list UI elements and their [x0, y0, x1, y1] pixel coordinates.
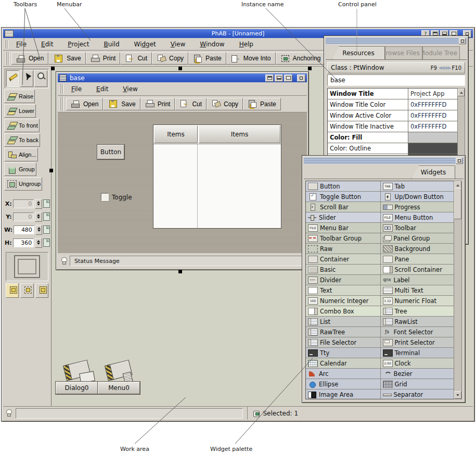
widget-item-arc[interactable]: Arc [306, 369, 381, 379]
menu-window[interactable]: Window [196, 39, 228, 49]
spinner-arrows-icon[interactable] [35, 225, 43, 235]
base-toolbar-button-open[interactable]: Open [66, 98, 103, 110]
toolbar-button-open[interactable]: Open [11, 52, 48, 65]
resource-value[interactable]: 0xFFFFFFFD [408, 99, 458, 110]
button-to-front[interactable]: To front [4, 119, 40, 132]
toolbar-button-paste[interactable]: Paste [188, 52, 226, 65]
widget-item-image-area[interactable]: Image Area [306, 389, 381, 399]
base-titlebar[interactable]: base [58, 73, 307, 82]
palette-window-button[interactable] [456, 158, 462, 164]
widget-item-font-selector[interactable]: ƒaFont Selector [381, 327, 455, 337]
widget-item-tty[interactable]: Tty [306, 348, 381, 358]
widget-item-multi-text[interactable]: Multi Text [381, 285, 455, 295]
resource-row-window-title-color[interactable]: Window Title Color0xFFFFFFFD [328, 99, 458, 110]
coord-field-h-[interactable]: 360 [13, 238, 34, 247]
widget-item-terminal[interactable]: Terminal [381, 348, 455, 358]
designed-list-widget[interactable]: Items Items [153, 124, 281, 229]
widget-item-print-selector[interactable]: Print Selector [381, 337, 455, 347]
spin-up-icon[interactable] [37, 238, 40, 242]
resource-value[interactable]: 0xFFFFFFFD [408, 110, 458, 121]
widget-item-bezier[interactable]: Bezier [381, 369, 455, 379]
spin-up-icon[interactable] [37, 225, 41, 229]
resource-value[interactable]: Project App [408, 89, 458, 99]
tab-widgets[interactable]: Widgets [411, 166, 455, 179]
selection-handle-bottom-mid[interactable] [178, 270, 182, 273]
resource-row-window-title[interactable]: Window TitleProject App [328, 89, 458, 99]
tab-resources[interactable]: Resources [332, 46, 385, 59]
lock-icon[interactable] [43, 238, 50, 247]
widget-item-scroll-container[interactable]: Scroll Container [381, 265, 455, 274]
designed-toggle-widget[interactable]: Toggle [101, 193, 132, 201]
menu-help[interactable]: Help [235, 39, 258, 49]
button-group[interactable]: Group [4, 162, 36, 176]
widget-item-list[interactable]: List [306, 317, 381, 326]
scroll-up-icon[interactable] [458, 89, 465, 96]
designed-button-widget[interactable]: Button [97, 145, 124, 159]
list-header-1[interactable]: Items [154, 125, 198, 143]
spin-down-icon[interactable] [37, 204, 40, 207]
widget-item-calendar[interactable]: Calendar [306, 358, 381, 368]
spinner-arrows-icon[interactable] [35, 199, 42, 209]
palette-scroll-down-icon[interactable] [454, 391, 461, 399]
widget-item-label[interactable]: qnxLabel [381, 275, 455, 285]
lock-icon[interactable] [43, 199, 50, 208]
spin-up-icon[interactable] [37, 212, 40, 216]
base-toolbar-button-cut[interactable]: Cut [175, 98, 207, 110]
base-toolbar-grip[interactable] [60, 97, 63, 111]
widget-item-file-selector[interactable]: File Selector [306, 337, 381, 347]
selection-handle-top-mid[interactable] [178, 67, 182, 70]
tab-browse-files[interactable]: Browse Files [385, 46, 422, 59]
coord-field-x-[interactable]: 0 [13, 199, 34, 208]
widget-item-numeric-integer[interactable]: 100Numeric Integer [306, 296, 381, 306]
button-lower[interactable]: Lower [4, 104, 36, 118]
anchor-mode-button-3[interactable] [35, 283, 48, 298]
button-ungroup[interactable]: Ungroup [4, 177, 42, 191]
palette-scrollbar[interactable] [454, 181, 462, 399]
widget-item-tab[interactable]: TABTab [381, 181, 455, 191]
widget-item-panel-group[interactable]: Panel Group [381, 233, 455, 243]
anchor-mode-button-2[interactable] [20, 283, 33, 298]
button-raise[interactable]: Raise [4, 90, 35, 103]
base-menu-edit[interactable]: Edit [92, 84, 112, 94]
menu-file[interactable]: File [12, 39, 31, 49]
widget-item-rawtree[interactable]: RawTree [306, 327, 381, 337]
list-header-2[interactable]: Items [199, 125, 280, 143]
widget-item-combo-box[interactable]: Combo Box [306, 306, 381, 316]
lock-icon[interactable] [43, 225, 50, 234]
base-toolbar-button-paste[interactable]: Paste [243, 98, 281, 110]
tool-pencil-icon[interactable] [6, 70, 19, 87]
resource-row-window-active-color[interactable]: Window Active Color0xFFFFFFFD [328, 110, 458, 121]
widget-item-clock[interactable]: 2:00Clock [381, 358, 455, 368]
spinner-arrows-icon[interactable] [35, 238, 42, 248]
spin-down-icon[interactable] [37, 217, 40, 220]
control-panel-titlebar[interactable] [326, 37, 467, 44]
base-close-button[interactable] [297, 74, 305, 82]
widget-item-grid[interactable]: Grid [381, 379, 455, 389]
coord-field-y-[interactable]: 0 [13, 212, 34, 221]
widget-item-progress[interactable]: Progress [381, 202, 455, 212]
tool-pointer-icon[interactable] [20, 70, 33, 87]
menu-build[interactable]: Build [99, 39, 123, 49]
module-button-dialog0[interactable]: Dialog0 [56, 382, 98, 394]
tab-module-tree[interactable]: Module Tree [422, 46, 460, 59]
widget-item-up-down-button[interactable]: Up/Down Button [381, 192, 455, 202]
tool-magnifier-icon[interactable] [34, 70, 47, 87]
widget-item-menu-button[interactable]: FILEMenu Button [381, 212, 455, 222]
lock-icon[interactable] [43, 212, 50, 221]
toolbar-button-save[interactable]: Save [48, 52, 85, 65]
menu-widget[interactable]: Widget [130, 39, 160, 49]
widget-item-slider[interactable]: Slider [306, 212, 381, 222]
widget-item-background[interactable]: Background [381, 244, 455, 254]
widget-item-raw[interactable]: Raw [306, 244, 381, 254]
toolbar-grip[interactable] [6, 52, 9, 65]
widget-item-menu-bar[interactable]: FILEMenu Bar [306, 223, 381, 233]
widget-item-toolbar-group[interactable]: Toolbar Group [306, 233, 381, 243]
base-module-window[interactable]: base FileEditView OpenSavePrintCutCopyPa… [56, 71, 309, 270]
base-toolbar-button-print[interactable]: Print [140, 98, 175, 110]
resource-row-color-outline[interactable]: Color: Outline [328, 143, 458, 154]
button-to-back[interactable]: To back [4, 133, 40, 147]
base-toolbar-button-copy[interactable]: Copy [207, 98, 243, 110]
widget-item-text[interactable]: Text [306, 285, 381, 295]
widget-item-separator[interactable]: Separator [381, 389, 455, 399]
coord-field-w-[interactable]: 480 [14, 225, 34, 234]
